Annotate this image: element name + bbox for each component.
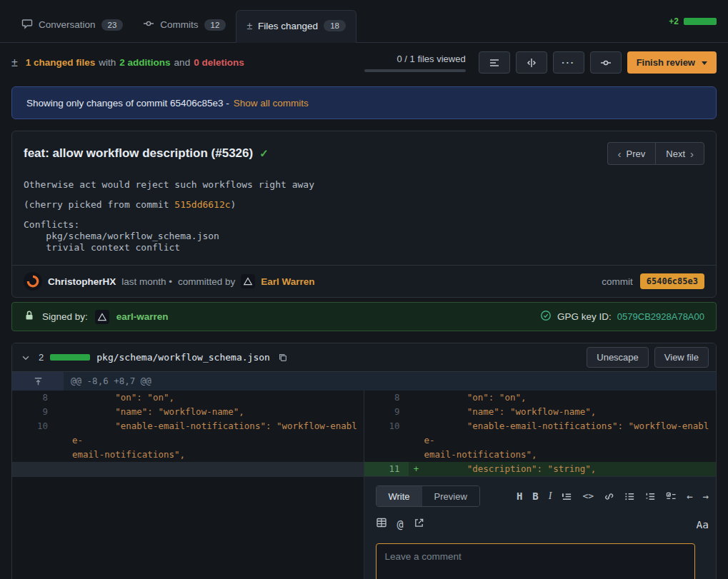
commit-hash-badge[interactable]: 65406c85e3 <box>640 273 704 289</box>
file-diff-box: 2 pkg/schema/workflow_schema.json Unesca… <box>11 343 717 579</box>
conversation-count-badge: 23 <box>101 19 124 31</box>
inline-comment-form: Write Preview H B I <> <box>364 477 717 579</box>
unescape-button[interactable]: Unescape <box>587 347 649 368</box>
comment-form-toolbar-secondary: @ Aa <box>376 517 709 533</box>
commit-conflicts-block: Conflicts: pkg/schema/workflow_schema.js… <box>24 219 704 253</box>
italic-button[interactable]: I <box>549 489 552 503</box>
finish-review-label: Finish review <box>637 57 695 68</box>
committer-avatar[interactable] <box>241 274 255 288</box>
diff-stat-bar <box>684 18 717 25</box>
tab-commits[interactable]: Commits 12 <box>133 9 236 42</box>
commit-label: commit <box>602 276 633 287</box>
diff-left-cell: 9 "name": "workflow-name", <box>12 405 364 419</box>
file-name: pkg/schema/workflow_schema.json <box>96 352 270 363</box>
diff-stat: +2 <box>669 16 717 42</box>
code-line-added: "description": "string", <box>424 462 717 476</box>
empty-area <box>12 477 364 579</box>
summary-actions: 0 / 1 files viewed ··· Finish revi <box>364 51 717 74</box>
gpg-key-id: 0579CB2928A78A00 <box>617 311 704 322</box>
table-button[interactable] <box>376 517 387 533</box>
cherry-pick-text: ) <box>231 199 236 210</box>
author-name-link[interactable]: ChristopherHX <box>48 276 116 287</box>
commit-author-row: ChristopherHX last month • committed by … <box>12 265 716 297</box>
commit-message-box: feat: allow workflow description (#5326)… <box>11 131 717 298</box>
list-lines-icon <box>489 57 500 69</box>
added-sign: + <box>409 462 424 476</box>
diff-row-added: 11 + "description": "string", <box>12 462 716 476</box>
view-file-button[interactable]: View file <box>654 347 709 368</box>
next-commit-button[interactable]: Next › <box>655 142 704 165</box>
heading-button[interactable]: H <box>517 489 522 503</box>
line-number-new[interactable]: 8 <box>364 391 409 405</box>
commit-header: feat: allow workflow description (#5326)… <box>12 131 716 169</box>
next-label: Next <box>666 148 685 159</box>
code-line: "enable-email-notifications": "workflow-… <box>424 419 717 462</box>
commit-select-button[interactable] <box>590 51 622 74</box>
unordered-list-button[interactable] <box>624 491 635 502</box>
comment-input[interactable] <box>376 543 695 579</box>
redo-icon[interactable]: → <box>703 489 709 503</box>
diff-view-toggle-button[interactable] <box>516 51 547 74</box>
commit-status-check-icon[interactable]: ✓ <box>259 147 269 160</box>
diff-hunk-header: @@ -8,6 +8,7 @@ <box>12 372 716 391</box>
prev-commit-button[interactable]: ‹ Prev <box>607 142 656 165</box>
show-all-commits-link[interactable]: Show all commits <box>234 98 309 109</box>
undo-icon[interactable]: ← <box>687 489 692 503</box>
code-line: "on": "on", <box>424 391 717 405</box>
diff-right-cell: 10 "enable-email-notifications": "workfl… <box>364 419 717 462</box>
diff-right-cell: 8 "on": "on", <box>364 391 717 405</box>
line-number-new[interactable]: 10 <box>364 419 409 433</box>
editor-mode-tabs: Write Preview <box>376 485 480 507</box>
diff-row: 9 "name": "workflow-name", 9 "name": "wo… <box>12 405 716 419</box>
commit-time: last month • <box>121 276 172 287</box>
line-number-old[interactable]: 9 <box>12 405 56 419</box>
reference-button[interactable] <box>414 518 424 533</box>
diff-row: 8 "on": "on", 8 "on": "on", <box>12 391 716 405</box>
quote-button[interactable] <box>562 491 572 502</box>
collapse-file-button[interactable] <box>19 351 32 364</box>
verified-icon <box>540 310 552 323</box>
mention-button[interactable]: @ <box>397 518 404 532</box>
code-button[interactable]: <> <box>582 489 594 503</box>
plain-text-toggle[interactable]: Aa <box>697 518 709 532</box>
commit-filter-banner: Showing only changes of commit 65406c85e… <box>11 86 717 119</box>
task-list-button[interactable] <box>666 491 677 502</box>
gpg-key-group: GPG key ID: 0579CB2928A78A00 <box>540 310 704 323</box>
diff-row: 10 "enable-email-notifications": "workfl… <box>12 419 716 462</box>
split-view-icon <box>526 57 537 69</box>
copy-file-path-button[interactable] <box>276 351 289 364</box>
whitespace-options-button[interactable] <box>479 51 510 74</box>
hunk-text: @@ -8,6 +8,7 @@ <box>64 372 151 391</box>
pr-tabbar: Conversation 23 Commits 12 ± Files chang… <box>0 0 728 43</box>
tab-conversation[interactable]: Conversation 23 <box>11 9 133 42</box>
bold-button[interactable]: B <box>532 489 538 503</box>
prev-label: Prev <box>627 148 646 159</box>
preview-tab[interactable]: Preview <box>422 486 479 506</box>
diff-summary-bar: ± 1 changed files with 2 additions and 0… <box>0 43 728 84</box>
cherry-pick-hash-link[interactable]: 515dd6612c <box>174 199 230 210</box>
signer-name-link[interactable]: earl-warren <box>116 311 169 322</box>
summary-text: and <box>174 57 191 68</box>
line-number-new[interactable]: 9 <box>364 405 409 419</box>
signer-avatar[interactable] <box>95 310 109 324</box>
conversation-icon <box>21 18 33 31</box>
line-number-new[interactable]: 11 <box>364 462 409 476</box>
line-number-old[interactable]: 10 <box>12 419 56 433</box>
diff-left-cell: 8 "on": "on", <box>12 391 364 405</box>
finish-review-button[interactable]: Finish review <box>627 51 717 74</box>
files-count-badge: 18 <box>324 20 346 31</box>
write-tab[interactable]: Write <box>377 486 422 506</box>
banner-text: Showing only changes of commit 65406c85e… <box>26 98 229 109</box>
line-number-old[interactable]: 8 <box>12 391 56 405</box>
tab-label: Files changed <box>258 21 318 31</box>
gpg-key-label: GPG key ID: <box>557 311 612 322</box>
tab-files-changed[interactable]: ± Files changed 18 <box>236 10 356 43</box>
committer-name-link[interactable]: Earl Warren <box>261 276 314 287</box>
more-options-button[interactable]: ··· <box>553 51 584 74</box>
author-avatar[interactable] <box>24 272 42 291</box>
link-button[interactable] <box>604 491 614 502</box>
file-actions: Unescape View file <box>587 347 709 368</box>
expand-hunk-button[interactable] <box>12 372 64 391</box>
ordered-list-button[interactable] <box>645 491 656 502</box>
empty-line-placeholder <box>12 462 364 476</box>
